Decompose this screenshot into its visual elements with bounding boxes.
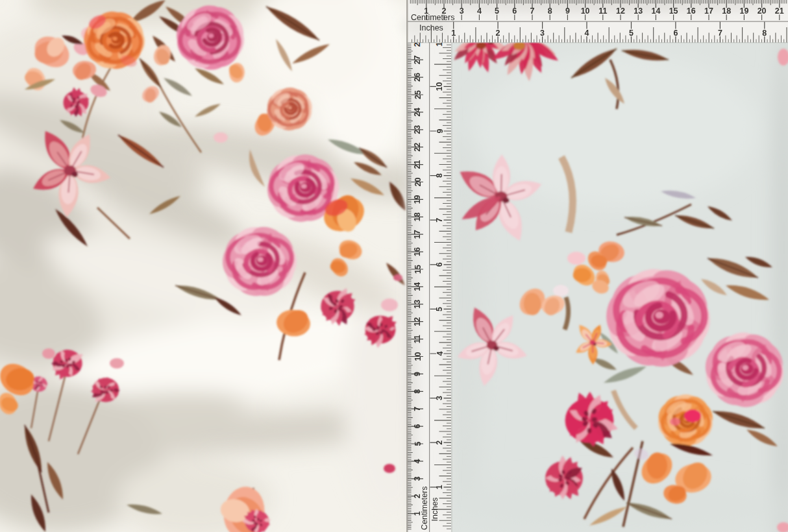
svg-text:17: 17 [413,230,423,239]
svg-text:3: 3 [413,476,423,481]
svg-text:Inches: Inches [419,23,443,32]
svg-text:4: 4 [585,29,589,38]
svg-text:23: 23 [413,125,423,134]
svg-text:9: 9 [413,372,423,376]
svg-text:20: 20 [757,6,767,16]
svg-text:16: 16 [687,6,696,16]
svg-text:8: 8 [548,6,552,16]
svg-text:19: 19 [739,6,748,16]
svg-text:21: 21 [775,6,784,16]
svg-text:13: 13 [413,300,423,309]
svg-text:24: 24 [413,108,423,117]
svg-text:11: 11 [413,335,423,343]
svg-text:1: 1 [451,29,456,38]
svg-text:19: 19 [413,195,423,204]
svg-text:21: 21 [413,160,423,169]
svg-text:16: 16 [413,247,423,256]
svg-text:1: 1 [436,485,445,489]
svg-text:Centimeters: Centimeters [420,487,429,530]
svg-text:Centimeters: Centimeters [411,13,454,22]
svg-text:8: 8 [762,29,767,38]
svg-text:14: 14 [413,282,423,291]
svg-text:10: 10 [436,82,445,91]
svg-text:12: 12 [616,6,625,16]
svg-text:3: 3 [540,29,545,38]
svg-text:6: 6 [436,262,445,267]
svg-text:25: 25 [413,90,423,99]
svg-text:18: 18 [722,6,731,16]
svg-text:5: 5 [629,29,634,38]
svg-text:11: 11 [598,6,607,16]
svg-text:5: 5 [413,441,423,446]
svg-text:7: 7 [718,29,722,38]
svg-text:27: 27 [413,55,423,64]
svg-text:14: 14 [651,6,660,16]
svg-text:4: 4 [413,459,423,463]
svg-text:7: 7 [436,218,445,223]
svg-text:22: 22 [413,143,423,152]
svg-text:8: 8 [413,389,423,394]
svg-text:5: 5 [436,307,445,311]
svg-text:Inches: Inches [430,498,439,522]
svg-text:15: 15 [413,265,423,274]
svg-text:2: 2 [436,441,445,445]
svg-text:5: 5 [495,6,499,16]
svg-text:6: 6 [512,6,517,16]
svg-text:13: 13 [634,6,643,16]
svg-text:2: 2 [496,29,500,38]
svg-text:6: 6 [413,424,423,429]
svg-text:3: 3 [460,6,464,16]
svg-text:9: 9 [436,128,445,133]
svg-text:7: 7 [530,6,535,16]
svg-text:12: 12 [413,317,423,326]
svg-text:4: 4 [477,6,482,16]
svg-text:10: 10 [581,6,590,16]
svg-text:7: 7 [413,407,423,411]
svg-text:17: 17 [704,6,713,16]
svg-text:18: 18 [413,212,423,221]
svg-text:9: 9 [565,6,570,16]
svg-text:4: 4 [436,351,445,356]
svg-text:8: 8 [436,173,445,178]
svg-text:15: 15 [669,6,678,16]
svg-text:20: 20 [413,178,423,187]
svg-text:26: 26 [413,73,423,82]
svg-text:3: 3 [436,396,445,400]
svg-text:10: 10 [413,352,423,361]
svg-text:6: 6 [673,29,678,38]
